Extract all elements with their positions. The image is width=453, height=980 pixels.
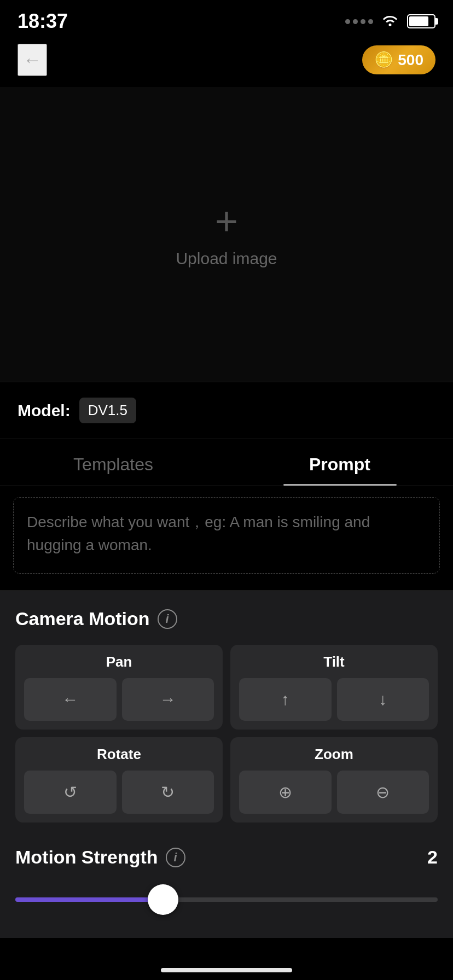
signal-icon [345, 19, 373, 24]
battery-icon [407, 14, 435, 28]
status-icons [345, 13, 435, 31]
pan-left-icon: ← [62, 690, 78, 709]
slider-thumb[interactable] [148, 884, 178, 915]
zoom-in-icon: ⊕ [278, 783, 292, 802]
tab-prompt[interactable]: Prompt [226, 439, 453, 486]
pan-buttons: ← → [24, 678, 214, 721]
prompt-placeholder: Describe what you want，eg: A man is smil… [27, 511, 426, 557]
coin-badge[interactable]: 🪙 500 [362, 45, 435, 74]
coin-icon: 🪙 [374, 51, 393, 69]
rotate-right-icon: ↻ [161, 783, 175, 802]
prompt-input-box[interactable]: Describe what you want，eg: A man is smil… [13, 497, 440, 574]
tilt-up-icon: ↑ [281, 690, 289, 709]
wifi-icon [381, 13, 399, 31]
motion-group-rotate: Rotate ↺ ↻ [15, 737, 223, 822]
motion-strength-slider[interactable] [15, 883, 438, 916]
model-version-badge[interactable]: DV1.5 [79, 398, 136, 423]
pan-title: Pan [24, 654, 214, 670]
strength-info-icon[interactable]: i [166, 848, 185, 867]
slider-fill [15, 897, 163, 902]
strength-header: Motion Strength i 2 [15, 847, 438, 868]
tilt-buttons: ↑ ↓ [239, 678, 429, 721]
prompt-area: Describe what you want，eg: A man is smil… [0, 486, 453, 591]
coin-amount: 500 [398, 51, 423, 69]
tabs-container: Templates Prompt [0, 439, 453, 486]
status-time: 18:37 [18, 10, 68, 33]
zoom-in-button[interactable]: ⊕ [239, 771, 332, 814]
motion-strength-section: Motion Strength i 2 [0, 836, 453, 938]
motion-group-zoom: Zoom ⊕ ⊖ [230, 737, 438, 822]
tilt-down-icon: ↓ [379, 690, 387, 709]
upload-area[interactable]: + Upload image [0, 87, 453, 382]
model-row: Model: DV1.5 [0, 382, 453, 439]
nav-bar: ← 🪙 500 [0, 38, 453, 87]
camera-motion-section: Camera Motion i Pan ← → Tilt ↑ [0, 591, 453, 836]
back-button[interactable]: ← [18, 44, 47, 76]
camera-motion-info-icon[interactable]: i [158, 609, 177, 629]
pan-left-button[interactable]: ← [24, 678, 117, 721]
zoom-title: Zoom [239, 746, 429, 763]
slider-track [15, 897, 438, 902]
motion-group-pan: Pan ← → [15, 645, 223, 730]
upload-label: Upload image [176, 249, 277, 268]
zoom-out-button[interactable]: ⊖ [337, 771, 429, 814]
motion-grid: Pan ← → Tilt ↑ ↓ [15, 645, 438, 822]
camera-motion-title: Camera Motion [15, 608, 150, 629]
rotate-left-icon: ↺ [63, 783, 77, 802]
tilt-title: Tilt [239, 654, 429, 670]
strength-title: Motion Strength [15, 847, 158, 868]
zoom-buttons: ⊕ ⊖ [239, 771, 429, 814]
rotate-buttons: ↺ ↻ [24, 771, 214, 814]
status-bar: 18:37 [0, 0, 453, 38]
rotate-left-button[interactable]: ↺ [24, 771, 117, 814]
strength-left: Motion Strength i [15, 847, 185, 868]
upload-plus-icon: + [215, 201, 238, 241]
tab-templates[interactable]: Templates [0, 439, 226, 486]
model-label: Model: [18, 401, 71, 420]
pan-right-button[interactable]: → [122, 678, 214, 721]
home-indicator [161, 968, 292, 972]
rotate-right-button[interactable]: ↻ [122, 771, 214, 814]
tilt-up-button[interactable]: ↑ [239, 678, 332, 721]
rotate-title: Rotate [24, 746, 214, 763]
tilt-down-button[interactable]: ↓ [337, 678, 429, 721]
zoom-out-icon: ⊖ [376, 783, 390, 802]
motion-group-tilt: Tilt ↑ ↓ [230, 645, 438, 730]
pan-right-icon: → [160, 690, 176, 709]
strength-value: 2 [427, 847, 438, 868]
camera-motion-header: Camera Motion i [15, 608, 438, 629]
